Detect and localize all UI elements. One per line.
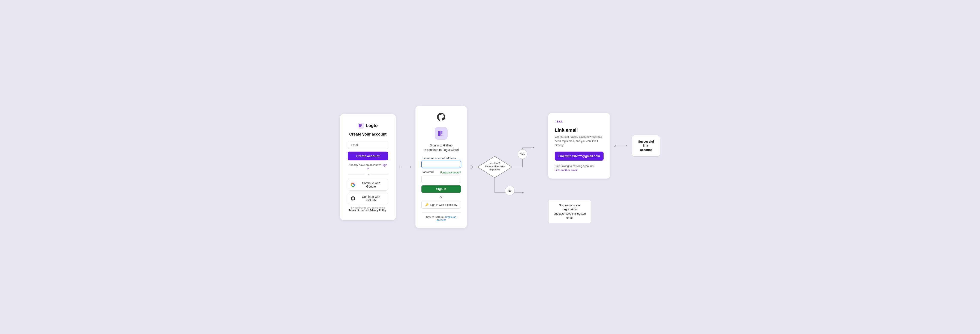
signin-link-row: Already have an account? Sign in: [348, 163, 388, 170]
github-header-icon: [422, 112, 461, 123]
svg-point-27: [614, 145, 616, 147]
google-btn-label: Continue with Google: [357, 181, 385, 188]
logto-logo: Logto: [348, 123, 388, 129]
github-footer: New to GitHub? Create an account: [422, 212, 461, 222]
github-password-input[interactable]: [422, 176, 461, 183]
svg-point-4: [399, 166, 401, 168]
svg-rect-2: [361, 124, 362, 126]
password-label: Password: [422, 171, 434, 174]
svg-marker-19: [533, 147, 535, 149]
github-signin-card: Sign in to GitHub to continue to Logto C…: [415, 106, 467, 228]
svg-text:registered: registered: [490, 168, 500, 171]
divider-text: or: [367, 173, 369, 176]
github-app-logo: [435, 127, 447, 140]
arrow-to-success-1: [610, 144, 632, 148]
link-email-title: Link email: [555, 127, 603, 133]
back-arrow-icon: ‹: [555, 120, 555, 123]
create-account-title: Create your account: [348, 132, 388, 136]
google-icon: [351, 183, 355, 187]
github-signin-sub: to continue to Logto Cloud: [423, 148, 458, 152]
arrow-svg-1: [399, 165, 412, 169]
signin-prompt-text: Already have an account?: [348, 163, 381, 166]
logto-icon: [358, 123, 364, 129]
terms-link[interactable]: Terms of Use: [349, 209, 364, 212]
or-divider: Or: [422, 196, 461, 199]
svg-text:No: No: [508, 189, 512, 192]
link-email-button[interactable]: Link with Silv****@gmail.com: [555, 152, 603, 161]
success-social-box: Successful social registrationand auto-s…: [548, 200, 591, 223]
back-button[interactable]: ‹ Back: [555, 120, 603, 123]
svg-marker-24: [522, 192, 524, 193]
create-account-card: Logto Create your account Create account…: [340, 114, 396, 220]
svg-rect-7: [438, 131, 441, 136]
skip-text: Skip linking to existing account?: [555, 165, 603, 168]
github-signin-button-main[interactable]: Sign in: [422, 185, 461, 193]
link-email-description: We found a related account which had bee…: [555, 135, 603, 147]
terms-text: By continuing, you agree to the Terms of…: [348, 206, 388, 212]
github-social-icon: [351, 196, 355, 201]
terms-mid: and: [365, 209, 369, 212]
terms-prefix: By continuing, you agree to the: [351, 206, 385, 209]
svg-text:this email has been: this email has been: [485, 165, 505, 168]
success-link-account-box: Successfullink-account: [632, 135, 660, 157]
divider: or: [348, 173, 388, 176]
privacy-link[interactable]: Privacy Policy: [369, 209, 386, 212]
passkey-icon: 🔑: [425, 203, 428, 206]
svg-rect-1: [359, 124, 361, 127]
email-input[interactable]: [348, 141, 388, 149]
github-signin-main: Sign in to GitHub: [430, 144, 452, 147]
success-social-text: Successful social registrationand auto-s…: [554, 204, 586, 220]
svg-text:Yes: Yes: [520, 153, 525, 156]
github-username-input[interactable]: [422, 161, 461, 168]
passkey-label: Sign in with a passkey: [430, 203, 457, 206]
success-link-text: Successfullink-account: [638, 140, 654, 152]
link-another-email[interactable]: Link another email: [555, 168, 603, 172]
github-logo-top: [436, 112, 446, 122]
create-account-button[interactable]: Create account: [348, 152, 388, 160]
back-text: Back: [557, 120, 563, 123]
github-signin-button[interactable]: Continue with GitHub: [348, 193, 388, 204]
flow-diagram-section: Yes / No? this email has been registered…: [467, 122, 548, 212]
passkey-button[interactable]: 🔑 Sign in with a passkey: [422, 201, 461, 209]
github-signin-title: Sign in to GitHub to continue to Logto C…: [422, 143, 461, 152]
new-to-github-text: New to GitHub?: [426, 215, 444, 218]
flow-diagram-svg: Yes / No? this email has been registered…: [467, 122, 548, 212]
arrow-svg-2: [613, 144, 628, 148]
svg-marker-29: [626, 145, 628, 147]
svg-rect-8: [441, 131, 442, 134]
link-email-card: ‹ Back Link email We found a related acc…: [548, 113, 610, 179]
arrow-1: [396, 165, 415, 169]
logto-app-icon: [438, 130, 445, 137]
svg-rect-3: [361, 127, 362, 127]
logto-name: Logto: [366, 123, 378, 128]
password-row: Password Forgot password?: [422, 171, 461, 175]
forgot-password-link[interactable]: Forgot password?: [440, 171, 461, 174]
svg-marker-6: [410, 166, 412, 168]
google-signin-button[interactable]: Continue with Google: [348, 179, 388, 190]
svg-rect-9: [441, 135, 442, 136]
svg-text:Yes / No?: Yes / No?: [490, 162, 500, 165]
github-btn-label: Continue with GitHub: [357, 195, 385, 202]
username-label: Username or email address: [422, 157, 461, 160]
flow-container: Logto Create your account Create account…: [340, 106, 640, 228]
svg-point-10: [470, 166, 473, 168]
